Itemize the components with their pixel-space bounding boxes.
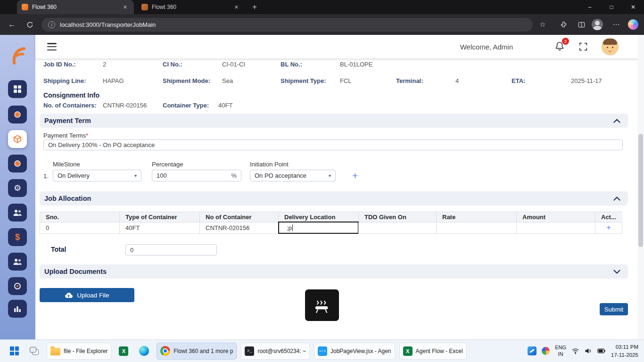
volume-icon[interactable]	[585, 347, 592, 354]
sidebar-item-orders[interactable]	[8, 155, 27, 173]
job-allocation-section-header[interactable]: Job Allocation	[40, 191, 628, 206]
col-header-type: Type of Container	[119, 212, 199, 222]
col-header-amount: Amount	[516, 212, 595, 222]
taskbar-file-explorer[interactable]: file - File Explorer	[47, 343, 111, 360]
browser-tab-active[interactable]: Flowt 360 ✕	[17, 0, 134, 14]
bookmark-star-icon[interactable]: ☆	[537, 19, 549, 30]
cell-rate[interactable]	[436, 222, 516, 234]
screen: Flowt 360 ✕ Flowt 360 ✕ + – □ ✕ ← i loca…	[0, 0, 644, 362]
user-avatar[interactable]	[602, 38, 619, 55]
back-button[interactable]: ←	[6, 19, 18, 30]
field-shipping-line: Shipping Line: HAPAG	[43, 77, 163, 84]
taskbar-terminal-window[interactable]: >_ root@srv650234: ~	[241, 343, 310, 360]
extensions-icon[interactable]	[557, 19, 570, 30]
sidebar-item-dashboard[interactable]	[8, 80, 27, 98]
sidebar-item-jobs-active[interactable]	[8, 130, 27, 148]
browser-profile-button[interactable]	[591, 19, 603, 30]
hamburger-menu-button[interactable]	[47, 43, 57, 50]
notifications-button[interactable]: 2	[554, 41, 566, 52]
app-header: Welcome, Admin 2	[35, 35, 644, 58]
start-button[interactable]	[7, 343, 22, 360]
sidebar-item-partners[interactable]	[8, 253, 27, 271]
percentage-input[interactable]: 100 %	[152, 170, 241, 181]
payment-term-title: Payment Term	[44, 117, 91, 124]
percent-suffix: %	[231, 172, 237, 179]
field-shipment-type: Shipment Type: FCL	[281, 77, 396, 84]
sidebar-item-settings[interactable]: ⚙	[8, 179, 27, 197]
new-tab-button[interactable]: +	[249, 2, 260, 12]
taskbar-code-editor-window[interactable]: </> JobPageView.jsx - Agen	[314, 343, 395, 360]
upload-file-button[interactable]: Upload File	[40, 288, 134, 302]
copilot-button[interactable]	[627, 19, 639, 30]
users-icon	[13, 258, 22, 265]
minimize-button[interactable]: –	[579, 0, 601, 14]
chevron-up-icon[interactable]	[613, 197, 620, 201]
cell-type: 40FT	[119, 222, 199, 234]
cell-amount[interactable]	[516, 222, 595, 234]
flowt-logo-icon	[8, 46, 27, 65]
sidebar-item-users[interactable]	[8, 204, 27, 222]
cell-action: +	[595, 222, 622, 234]
taskbar-pinned-excel[interactable]: X	[116, 343, 132, 360]
code-editor-icon: </>	[318, 346, 327, 356]
total-label: Total	[51, 246, 66, 253]
sidebar-item-finance[interactable]: $	[8, 228, 27, 246]
payment-terms-input[interactable]: On Delivery 100% - On PO acceptance	[43, 140, 623, 150]
cell-delivery: ;p	[278, 222, 358, 234]
browser-menu-button[interactable]: ⋯	[610, 19, 622, 30]
users-icon	[13, 209, 22, 216]
refresh-button[interactable]	[24, 19, 36, 30]
add-row-button[interactable]: +	[606, 223, 611, 231]
milestone-label: MileStone	[53, 161, 80, 168]
field-ci-no: CI No.: CI-01-CI	[163, 61, 281, 68]
initiation-point-label: Initiation Point	[250, 161, 289, 168]
total-input[interactable]: 0	[125, 244, 217, 255]
submit-button[interactable]: Submit	[600, 303, 628, 315]
language-indicator[interactable]: ENG IN	[555, 345, 566, 358]
tray-app-icon-2[interactable]	[542, 347, 550, 355]
address-bar[interactable]: i localhost:3000/TransporterJobMain	[41, 18, 533, 32]
site-info-icon[interactable]: i	[48, 21, 55, 28]
browser-tab-inactive[interactable]: Flowt 360 ✕	[137, 0, 245, 14]
scrollbar-thumb[interactable]	[638, 134, 643, 247]
taskbar-pinned-edge[interactable]	[136, 343, 152, 360]
delivery-location-input[interactable]: ;p	[278, 222, 359, 234]
page-scrollbar[interactable]	[637, 35, 644, 339]
job-info-row-2: Shipping Line: HAPAG Shipment Mode: Sea …	[43, 77, 602, 84]
task-view-button[interactable]	[26, 343, 42, 360]
bar-chart-icon	[14, 305, 21, 313]
app-logo[interactable]	[8, 46, 27, 65]
sidebar-item-reports[interactable]	[8, 300, 27, 318]
tray-app-icon-1[interactable]	[528, 346, 537, 355]
add-milestone-button[interactable]: +	[352, 171, 358, 181]
taskbar-clock[interactable]: 03:11 PM 17-11-2025	[611, 343, 638, 358]
tab-close-icon[interactable]: ✕	[121, 3, 129, 11]
upload-file-label: Upload File	[77, 292, 109, 299]
taskbar-excel-window[interactable]: X Agent Flow - Excel	[399, 343, 467, 360]
cell-sno: 0	[40, 222, 119, 234]
battery-icon[interactable]	[597, 347, 606, 354]
circle-icon	[13, 159, 22, 168]
main-content: Job ID No.: 2 CI No.: CI-01-CI BL No.: B…	[35, 58, 644, 339]
initiation-point-select[interactable]: On PO acceptance ▾	[250, 170, 336, 181]
tab-close-icon[interactable]: ✕	[232, 3, 240, 11]
upload-documents-section-header[interactable]: Upload Documents	[40, 264, 628, 279]
maximize-button[interactable]: □	[601, 0, 622, 14]
col-header-tdo: TDO Given On	[358, 212, 436, 222]
taskbar-browser-window[interactable]: Flowt 360 and 1 more p	[157, 343, 237, 360]
percentage-label: Percentage	[152, 161, 183, 168]
close-window-button[interactable]: ✕	[622, 0, 644, 14]
sidebar-item-shipments[interactable]	[8, 106, 27, 123]
milestone-select[interactable]: On Delivery ▾	[53, 170, 141, 181]
cell-tdo[interactable]	[358, 222, 436, 234]
milestone-labels-row: MileStone Percentage Initiation Point	[35, 161, 644, 168]
wifi-icon[interactable]	[571, 347, 579, 354]
fullscreen-button[interactable]	[578, 41, 588, 52]
taskbar: file - File Explorer X Flowt 360 and 1 m…	[0, 339, 644, 362]
col-header-container: No of Container	[199, 212, 278, 222]
sidebar-item-tracking[interactable]	[8, 277, 27, 295]
chevron-down-icon[interactable]	[613, 270, 620, 274]
split-screen-icon[interactable]	[575, 19, 587, 30]
payment-term-section-header[interactable]: Payment Term	[40, 114, 628, 128]
chevron-up-icon[interactable]	[613, 119, 620, 123]
